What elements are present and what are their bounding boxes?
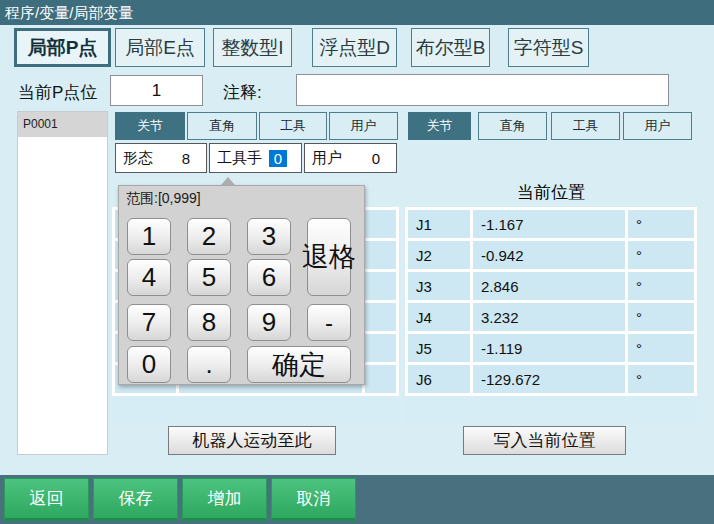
joint-label-cell: J4 <box>408 303 470 331</box>
tab-local-p-point[interactable]: 局部P点 <box>14 28 111 67</box>
joint-label-cell: J1 <box>408 210 470 238</box>
joint-value-cell: -1.167 <box>473 210 625 238</box>
joint-label-cell: J6 <box>408 365 470 393</box>
point-list: P0001 <box>17 111 108 455</box>
tab-float-d[interactable]: 浮点型D <box>312 28 397 67</box>
joint-unit-cell: ° <box>628 241 694 269</box>
comment-label: 注释: <box>223 81 262 104</box>
teach-pendant-screen: 程序/变量/局部变量 局部P点 局部E点 整数型I 浮点型D 布尔型B 字符型S… <box>0 0 714 524</box>
coord-tab-cartesian-left[interactable]: 直角 <box>187 112 257 140</box>
joint-value-cell: -0.942 <box>473 241 625 269</box>
coord-tab-tool-left[interactable]: 工具 <box>259 112 327 140</box>
joint-value-cell: -1.119 <box>473 334 625 362</box>
tool-hand-field[interactable]: 工具手 0 <box>209 143 302 173</box>
table-row: J6-129.672° <box>408 365 694 393</box>
joint-value-cell: -129.672 <box>473 365 625 393</box>
joint-unit-cell <box>365 241 396 269</box>
tab-label: 整数型I <box>221 35 283 61</box>
keypad-range-label: 范围:[0,999] <box>126 190 201 208</box>
coord-tab-joint-left[interactable]: 关节 <box>115 112 185 140</box>
joint-label-cell: J5 <box>408 334 470 362</box>
tab-label: 局部E点 <box>125 35 195 61</box>
write-current-position-button[interactable]: 写入当前位置 <box>463 426 626 455</box>
key-8[interactable]: 8 <box>187 304 231 341</box>
joint-unit-cell <box>365 210 396 238</box>
table-row: J32.846° <box>408 272 694 300</box>
title-bar: 程序/变量/局部变量 <box>0 0 714 25</box>
coord-tab-tool-right[interactable]: 工具 <box>551 112 620 140</box>
tool-hand-field-value: 0 <box>269 150 287 167</box>
key-7[interactable]: 7 <box>127 304 171 341</box>
joint-unit-cell: ° <box>628 303 694 331</box>
tab-local-e-point[interactable]: 局部E点 <box>115 28 205 67</box>
breadcrumb: 程序/变量/局部变量 <box>5 4 133 21</box>
coord-tab-cartesian-right[interactable]: 直角 <box>478 112 547 140</box>
save-button[interactable]: 保存 <box>93 478 178 521</box>
comment-input[interactable] <box>296 74 669 106</box>
tab-integer-i[interactable]: 整数型I <box>213 28 292 67</box>
tab-label: 布尔型B <box>416 35 486 61</box>
joint-value-cell: 3.232 <box>473 303 625 331</box>
tab-label: 字符型S <box>514 35 584 61</box>
add-button[interactable]: 增加 <box>182 478 267 521</box>
coord-tab-joint-right[interactable]: 关节 <box>408 112 471 140</box>
tab-bool-b[interactable]: 布尔型B <box>411 28 490 67</box>
table-row: J43.232° <box>408 303 694 331</box>
user-field-value: 0 <box>370 150 382 167</box>
key-0[interactable]: 0 <box>127 346 171 383</box>
list-item-p0001[interactable]: P0001 <box>18 112 107 137</box>
joint-unit-cell: ° <box>628 210 694 238</box>
joint-unit-cell: ° <box>628 272 694 300</box>
form-field-label: 形态 <box>123 149 153 168</box>
key-2[interactable]: 2 <box>187 218 231 255</box>
joint-unit-cell: ° <box>628 334 694 362</box>
cancel-button[interactable]: 取消 <box>271 478 356 521</box>
popup-arrow-up-icon <box>221 177 235 185</box>
key-minus[interactable]: - <box>307 304 351 341</box>
joint-label-cell: J2 <box>408 241 470 269</box>
coord-tab-user-left[interactable]: 用户 <box>329 112 398 140</box>
key-9[interactable]: 9 <box>247 304 291 341</box>
key-6[interactable]: 6 <box>247 259 291 296</box>
table-row: J1-1.167° <box>408 210 694 238</box>
coord-tab-user-right[interactable]: 用户 <box>623 112 692 140</box>
tab-label: 浮点型D <box>319 35 390 61</box>
key-dot[interactable]: . <box>187 346 231 383</box>
tool-hand-field-label: 工具手 <box>217 149 262 168</box>
form-field-value: 8 <box>180 150 192 167</box>
current-point-label: 当前P点位 <box>18 81 97 104</box>
back-button[interactable]: 返回 <box>4 478 89 521</box>
bottom-bar: 返回 保存 增加 取消 <box>0 475 714 524</box>
joint-value-cell: 2.846 <box>473 272 625 300</box>
table-row: J2-0.942° <box>408 241 694 269</box>
user-field[interactable]: 用户 0 <box>304 143 397 173</box>
joint-unit-cell <box>365 334 396 362</box>
user-field-label: 用户 <box>312 149 342 168</box>
key-4[interactable]: 4 <box>127 259 171 296</box>
current-point-input[interactable] <box>110 75 203 106</box>
key-5[interactable]: 5 <box>187 259 231 296</box>
form-field[interactable]: 形态 8 <box>115 143 207 173</box>
tab-string-s[interactable]: 字符型S <box>508 28 589 67</box>
key-backspace[interactable]: 退格 <box>307 218 351 296</box>
joint-unit-cell: ° <box>628 365 694 393</box>
joint-unit-cell <box>365 272 396 300</box>
joint-unit-cell <box>365 303 396 331</box>
joint-label-cell: J3 <box>408 272 470 300</box>
move-robot-here-button[interactable]: 机器人运动至此 <box>168 426 336 455</box>
key-1[interactable]: 1 <box>127 218 171 255</box>
numeric-keypad-popup: 范围:[0,999] 1 2 3 退格 4 5 6 7 8 9 - 0 . 确定 <box>118 185 365 385</box>
key-confirm[interactable]: 确定 <box>247 346 351 383</box>
tab-label: 局部P点 <box>28 35 98 61</box>
current-position-table: J1-1.167° J2-0.942° J32.846° J43.232° J5… <box>405 207 697 396</box>
table-row: J5-1.119° <box>408 334 694 362</box>
joint-unit-cell <box>365 365 396 393</box>
current-position-panel: J1-1.167° J2-0.942° J32.846° J43.232° J5… <box>405 207 697 423</box>
key-3[interactable]: 3 <box>247 218 291 255</box>
current-position-title: 当前位置 <box>405 181 697 204</box>
